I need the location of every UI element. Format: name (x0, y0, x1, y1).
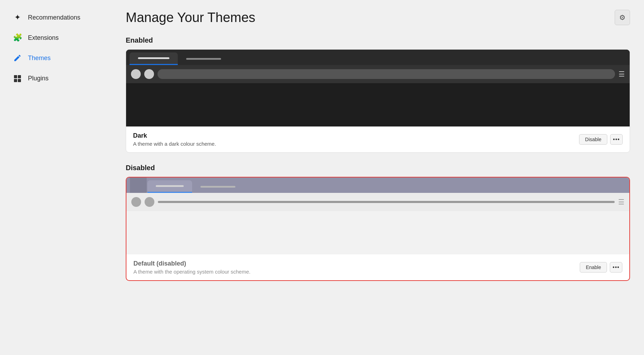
main-content: Manage Your Themes ⚙ Enabled (112, 0, 644, 355)
dark-card-info: Dark A theme with a dark colour scheme. (133, 132, 579, 147)
enabled-section: Enabled ☰ (126, 36, 630, 153)
dark-card-footer: Dark A theme with a dark colour scheme. … (126, 126, 630, 152)
svg-rect-3 (18, 79, 21, 82)
enabled-label: Enabled (126, 36, 630, 44)
disabled-label: Disabled (126, 164, 630, 172)
dark-toolbar: ☰ (126, 65, 630, 83)
dark-more-button[interactable]: ••• (610, 134, 623, 145)
sidebar-item-themes[interactable]: Themes (3, 48, 109, 68)
default-active-tab (147, 180, 192, 193)
dark-inactive-tab (178, 52, 229, 65)
default-card-info: Default (disabled) A theme with the oper… (133, 260, 580, 275)
dark-circle-1 (131, 69, 141, 79)
default-circle-2 (145, 197, 154, 207)
svg-rect-1 (18, 75, 21, 78)
svg-rect-2 (14, 79, 17, 82)
default-theme-name: Default (disabled) (133, 260, 580, 267)
default-card-footer: Default (disabled) A theme with the oper… (126, 254, 629, 280)
sidebar-item-plugins[interactable]: Plugins (3, 68, 109, 88)
disabled-section: Disabled ☰ (126, 164, 630, 281)
sidebar-item-label: Recommendations (28, 14, 80, 21)
dark-content-area (126, 83, 630, 126)
themes-icon (13, 53, 22, 63)
default-sidebar-block (130, 178, 147, 193)
default-theme-description: A theme with the operating system colour… (133, 269, 580, 275)
default-more-button[interactable]: ••• (610, 262, 622, 273)
gear-icon: ⚙ (619, 13, 625, 22)
default-theme-card: ☰ Default (disabled) A theme with the op… (126, 177, 630, 281)
default-card-actions: Enable ••• (580, 262, 622, 273)
default-menu-icon: ☰ (618, 198, 624, 206)
dark-menu-icon: ☰ (619, 70, 625, 78)
svg-rect-0 (14, 75, 17, 78)
dark-theme-name: Dark (133, 132, 579, 139)
default-theme-preview: ☰ (126, 178, 629, 254)
page-title: Manage Your Themes (126, 10, 255, 25)
dark-theme-description: A theme with a dark colour scheme. (133, 141, 579, 147)
plugins-icon (13, 73, 22, 83)
settings-button[interactable]: ⚙ (615, 10, 630, 25)
dark-card-actions: Disable ••• (579, 134, 623, 145)
sidebar-item-extensions[interactable]: 🧩 Extensions (3, 28, 109, 48)
sidebar: ✦ Recommendations 🧩 Extensions Themes Pl… (0, 0, 112, 355)
default-content-area (126, 211, 629, 254)
sidebar-item-recommendations[interactable]: ✦ Recommendations (3, 8, 109, 27)
enable-default-button[interactable]: Enable (580, 262, 607, 273)
default-url-bar (158, 201, 615, 203)
sidebar-item-label: Plugins (28, 75, 49, 82)
default-tab-bar (126, 178, 629, 193)
dark-active-tab (130, 52, 178, 65)
sidebar-item-label: Themes (28, 55, 51, 62)
default-circle-1 (131, 197, 141, 207)
dark-circle-2 (144, 69, 154, 79)
dark-tab-bar (126, 50, 630, 65)
dark-url-bar (158, 69, 615, 79)
default-toolbar: ☰ (126, 193, 629, 211)
disable-dark-button[interactable]: Disable (579, 134, 607, 145)
dark-theme-card: ☰ Dark A theme with a dark colour scheme… (126, 49, 630, 153)
page-header: Manage Your Themes ⚙ (126, 10, 630, 25)
default-inactive-tab (192, 180, 244, 193)
extensions-icon: 🧩 (13, 33, 22, 43)
sidebar-item-label: Extensions (28, 34, 59, 42)
recommendations-icon: ✦ (13, 13, 22, 22)
dark-theme-preview: ☰ (126, 50, 630, 126)
